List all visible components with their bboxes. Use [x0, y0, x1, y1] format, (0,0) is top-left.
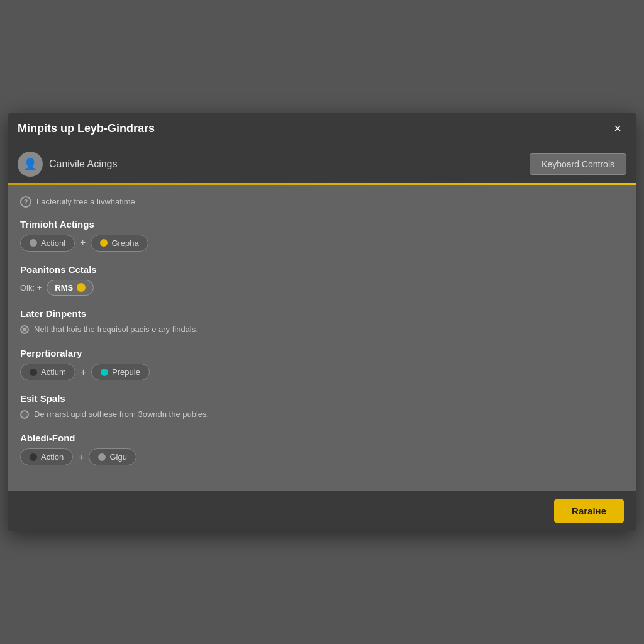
- user-name: Canivile Acings: [49, 158, 118, 170]
- section-title-perpr: Perprtioralary: [20, 348, 624, 358]
- radio-text-esit: De rrrarst upid sothese from 3owndn the …: [34, 409, 209, 420]
- radio-row-esit: De rrrarst upid sothese from 3owndn the …: [20, 409, 624, 420]
- keyboard-controls-button[interactable]: Keyboard Controls: [530, 153, 626, 175]
- section-poanitons: Poanitons Cctals Olk: + RMS: [20, 264, 624, 296]
- section-title-later: Later Dinpents: [20, 308, 624, 319]
- radio-esit[interactable]: [20, 410, 29, 419]
- section-trimioht: Trimioht Actings Actionl + Grepha: [20, 219, 624, 252]
- plus-sign-1: +: [80, 237, 86, 248]
- content-area: ? Lacteruily free a livwhatime Trimioht …: [8, 185, 636, 491]
- section-perpr: Perprtioralary Actium + Prepule: [20, 348, 624, 380]
- avatar-icon: 👤: [23, 157, 37, 171]
- trimioht-btn2[interactable]: Grepha: [91, 235, 148, 252]
- info-text: Lacteruily free a livwhatime: [36, 197, 135, 206]
- perpr-btn1[interactable]: Actium: [20, 364, 75, 380]
- sub-label-poanitons: Olk: +: [20, 283, 42, 292]
- avatar: 👤: [18, 152, 43, 177]
- action-button[interactable]: Raralне: [554, 499, 624, 523]
- section-abledi: Abledi-Fond Action + Gigu: [20, 433, 624, 465]
- radio-later[interactable]: [20, 325, 29, 334]
- close-button[interactable]: ×: [609, 120, 626, 137]
- sub-row-poanitons: Olk: + RMS: [20, 280, 624, 296]
- perpr-btn2[interactable]: Prepule: [91, 364, 150, 380]
- dialog: Minpits up Leyb-Gindrars × 👤 Canivile Ac…: [8, 113, 636, 531]
- rms-toggle-dot: [77, 283, 86, 292]
- section-esit: Esit Spals De rrrarst upid sothese from …: [20, 393, 624, 420]
- section-title-esit: Esit Spals: [20, 393, 624, 404]
- section-title-abledi: Abledi-Fond: [20, 433, 624, 443]
- combo-row-abledi: Action + Gigu: [20, 448, 624, 465]
- rms-pill-btn[interactable]: RMS: [47, 280, 94, 296]
- trimioht-dot1: [30, 239, 37, 247]
- header-bar: 👤 Canivile Acings Keyboard Controls: [8, 145, 636, 183]
- trimioht-dot2: [100, 239, 108, 247]
- trimioht-btn1[interactable]: Actionl: [20, 235, 75, 252]
- dialog-title: Minpits up Leyb-Gindrars: [18, 122, 155, 135]
- abledi-btn1[interactable]: Action: [20, 448, 73, 465]
- info-row: ? Lacteruily free a livwhatime: [20, 196, 624, 208]
- radio-row-later: Nelt that kois the frequisol pacis e ary…: [20, 324, 624, 335]
- combo-row-perpr: Actium + Prepule: [20, 364, 624, 380]
- perpr-dot2: [101, 369, 108, 376]
- section-title-poanitons: Poanitons Cctals: [20, 264, 624, 275]
- info-icon: ?: [20, 196, 31, 208]
- abledi-btn2[interactable]: Gigu: [89, 448, 136, 465]
- radio-text-later: Nelt that kois the frequisol pacis e ary…: [34, 324, 198, 335]
- section-title-trimioht: Trimioht Actings: [20, 219, 624, 230]
- header-left: 👤 Canivile Acings: [18, 152, 118, 177]
- combo-row-trimioht: Actionl + Grepha: [20, 235, 624, 252]
- section-later: Later Dinpents Nelt that kois the frequi…: [20, 308, 624, 335]
- title-bar: Minpits up Leyb-Gindrars ×: [8, 113, 636, 145]
- perpr-dot1: [30, 369, 37, 376]
- footer: Raralне: [8, 491, 636, 531]
- abledi-dot2: [98, 453, 106, 461]
- plus-sign-5: +: [78, 452, 84, 463]
- abledi-dot1: [30, 453, 37, 461]
- plus-sign-3: +: [80, 367, 86, 378]
